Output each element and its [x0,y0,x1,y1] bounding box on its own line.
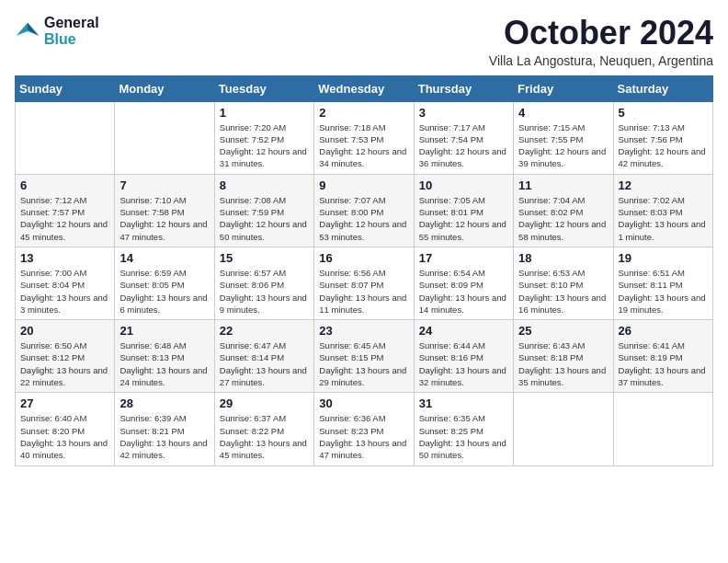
day-info: Sunrise: 7:04 AM Sunset: 8:02 PM Dayligh… [518,194,608,243]
calendar-cell [115,101,214,174]
day-number: 15 [220,251,309,265]
week-row-4: 20Sunrise: 6:50 AM Sunset: 8:12 PM Dayli… [16,320,713,393]
day-number: 12 [619,178,708,192]
calendar-cell: 10Sunrise: 7:05 AM Sunset: 8:01 PM Dayli… [414,174,513,247]
calendar-cell: 27Sunrise: 6:40 AM Sunset: 8:20 PM Dayli… [16,393,115,465]
calendar-cell [613,393,712,465]
day-number: 9 [319,178,408,192]
day-info: Sunrise: 6:40 AM Sunset: 8:20 PM Dayligh… [20,412,109,461]
day-info: Sunrise: 6:43 AM Sunset: 8:18 PM Dayligh… [518,339,608,388]
day-number: 14 [119,251,209,265]
day-info: Sunrise: 7:05 AM Sunset: 8:01 PM Dayligh… [419,194,508,243]
day-number: 3 [419,106,508,120]
day-info: Sunrise: 6:44 AM Sunset: 8:16 PM Dayligh… [419,339,508,388]
calendar-cell: 6Sunrise: 7:12 AM Sunset: 7:57 PM Daylig… [16,174,115,247]
day-number: 11 [518,178,608,192]
day-number: 22 [220,324,309,338]
day-number: 25 [518,324,608,338]
day-info: Sunrise: 6:39 AM Sunset: 8:21 PM Dayligh… [119,412,209,461]
calendar-cell: 22Sunrise: 6:47 AM Sunset: 8:14 PM Dayli… [214,320,313,393]
day-info: Sunrise: 6:36 AM Sunset: 8:23 PM Dayligh… [319,412,408,461]
day-number: 27 [20,396,109,410]
weekday-tuesday: Tuesday [214,75,313,101]
calendar-cell [514,393,613,465]
day-number: 20 [20,324,109,338]
calendar-cell: 18Sunrise: 6:53 AM Sunset: 8:10 PM Dayli… [514,247,613,319]
day-info: Sunrise: 6:57 AM Sunset: 8:06 PM Dayligh… [220,267,309,316]
calendar-cell: 30Sunrise: 6:36 AM Sunset: 8:23 PM Dayli… [314,393,414,465]
day-info: Sunrise: 6:53 AM Sunset: 8:10 PM Dayligh… [518,267,608,316]
weekday-friday: Friday [514,75,613,101]
calendar-cell: 16Sunrise: 6:56 AM Sunset: 8:07 PM Dayli… [314,247,414,319]
calendar-table: SundayMondayTuesdayWednesdayThursdayFrid… [15,75,713,466]
calendar-cell: 9Sunrise: 7:07 AM Sunset: 8:00 PM Daylig… [314,174,414,247]
weekday-saturday: Saturday [613,75,712,101]
calendar-cell: 3Sunrise: 7:17 AM Sunset: 7:54 PM Daylig… [414,101,513,174]
calendar-cell: 15Sunrise: 6:57 AM Sunset: 8:06 PM Dayli… [214,247,313,319]
day-info: Sunrise: 6:37 AM Sunset: 8:22 PM Dayligh… [220,412,309,461]
weekday-sunday: Sunday [16,75,115,101]
calendar-cell: 26Sunrise: 6:41 AM Sunset: 8:19 PM Dayli… [613,320,712,393]
calendar-cell: 11Sunrise: 7:04 AM Sunset: 8:02 PM Dayli… [514,174,613,247]
calendar-cell: 24Sunrise: 6:44 AM Sunset: 8:16 PM Dayli… [414,320,513,393]
week-row-2: 6Sunrise: 7:12 AM Sunset: 7:57 PM Daylig… [16,174,713,247]
day-info: Sunrise: 6:54 AM Sunset: 8:09 PM Dayligh… [419,267,508,316]
calendar-cell: 5Sunrise: 7:13 AM Sunset: 7:56 PM Daylig… [613,101,712,174]
day-number: 18 [518,251,608,265]
calendar-cell: 31Sunrise: 6:35 AM Sunset: 8:25 PM Dayli… [414,393,513,465]
svg-marker-1 [28,22,39,35]
day-info: Sunrise: 7:18 AM Sunset: 7:53 PM Dayligh… [319,121,408,170]
calendar-cell: 8Sunrise: 7:08 AM Sunset: 7:59 PM Daylig… [214,174,313,247]
day-info: Sunrise: 6:50 AM Sunset: 8:12 PM Dayligh… [20,339,109,388]
subtitle: Villa La Angostura, Neuquen, Argentina [489,53,713,68]
calendar-cell: 29Sunrise: 6:37 AM Sunset: 8:22 PM Dayli… [214,393,313,465]
logo: General Blue [15,15,99,47]
calendar-cell [16,101,115,174]
calendar-cell: 2Sunrise: 7:18 AM Sunset: 7:53 PM Daylig… [314,101,414,174]
calendar-cell: 23Sunrise: 6:45 AM Sunset: 8:15 PM Dayli… [314,320,414,393]
day-number: 23 [319,324,408,338]
day-number: 30 [319,396,408,410]
weekday-header-row: SundayMondayTuesdayWednesdayThursdayFrid… [16,75,713,101]
day-info: Sunrise: 7:07 AM Sunset: 8:00 PM Dayligh… [319,194,408,243]
calendar-cell: 14Sunrise: 6:59 AM Sunset: 8:05 PM Dayli… [115,247,214,319]
day-number: 1 [220,106,309,120]
day-number: 4 [518,106,608,120]
logo-icon [15,18,40,44]
month-title: October 2024 [489,15,713,52]
day-number: 16 [319,251,408,265]
day-info: Sunrise: 7:13 AM Sunset: 7:56 PM Dayligh… [619,121,708,170]
day-number: 21 [119,324,209,338]
day-number: 26 [619,324,708,338]
day-number: 6 [20,178,109,192]
day-number: 31 [419,396,508,410]
day-info: Sunrise: 7:12 AM Sunset: 7:57 PM Dayligh… [20,194,109,243]
calendar-cell: 7Sunrise: 7:10 AM Sunset: 7:58 PM Daylig… [115,174,214,247]
weekday-wednesday: Wednesday [314,75,414,101]
weekday-monday: Monday [115,75,214,101]
day-number: 28 [119,396,209,410]
day-info: Sunrise: 6:56 AM Sunset: 8:07 PM Dayligh… [319,267,408,316]
day-number: 24 [419,324,508,338]
day-info: Sunrise: 6:47 AM Sunset: 8:14 PM Dayligh… [220,339,309,388]
day-number: 29 [220,396,309,410]
day-info: Sunrise: 7:02 AM Sunset: 8:03 PM Dayligh… [619,194,708,243]
calendar-cell: 12Sunrise: 7:02 AM Sunset: 8:03 PM Dayli… [613,174,712,247]
calendar-cell: 4Sunrise: 7:15 AM Sunset: 7:55 PM Daylig… [514,101,613,174]
day-info: Sunrise: 6:59 AM Sunset: 8:05 PM Dayligh… [119,267,209,316]
day-number: 7 [119,178,209,192]
day-info: Sunrise: 6:35 AM Sunset: 8:25 PM Dayligh… [419,412,508,461]
title-section: October 2024 Villa La Angostura, Neuquen… [489,15,713,68]
day-info: Sunrise: 6:41 AM Sunset: 8:19 PM Dayligh… [619,339,708,388]
week-row-3: 13Sunrise: 7:00 AM Sunset: 8:04 PM Dayli… [16,247,713,319]
calendar-cell: 25Sunrise: 6:43 AM Sunset: 8:18 PM Dayli… [514,320,613,393]
day-info: Sunrise: 7:20 AM Sunset: 7:52 PM Dayligh… [220,121,309,170]
calendar-cell: 20Sunrise: 6:50 AM Sunset: 8:12 PM Dayli… [16,320,115,393]
day-info: Sunrise: 7:17 AM Sunset: 7:54 PM Dayligh… [419,121,508,170]
calendar-cell: 21Sunrise: 6:48 AM Sunset: 8:13 PM Dayli… [115,320,214,393]
calendar-cell: 28Sunrise: 6:39 AM Sunset: 8:21 PM Dayli… [115,393,214,465]
day-info: Sunrise: 7:08 AM Sunset: 7:59 PM Dayligh… [220,194,309,243]
week-row-1: 1Sunrise: 7:20 AM Sunset: 7:52 PM Daylig… [16,101,713,174]
calendar-cell: 19Sunrise: 6:51 AM Sunset: 8:11 PM Dayli… [613,247,712,319]
day-info: Sunrise: 7:10 AM Sunset: 7:58 PM Dayligh… [119,194,209,243]
